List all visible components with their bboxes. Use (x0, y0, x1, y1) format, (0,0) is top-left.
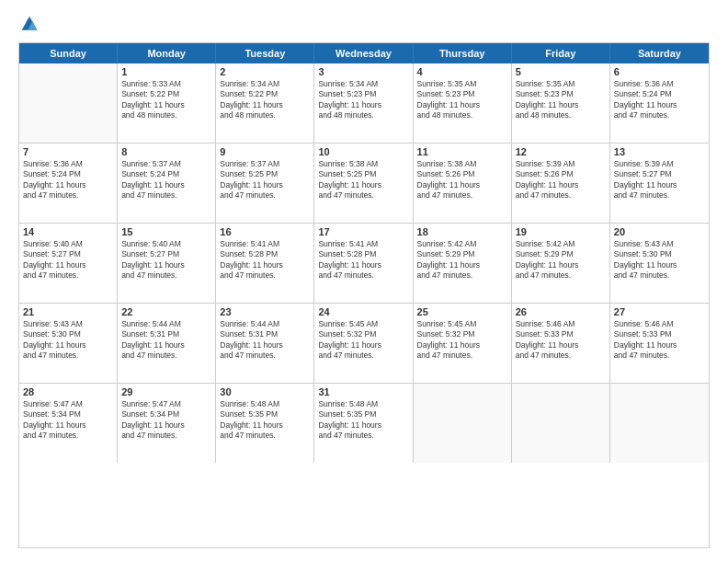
calendar-cell: 27Sunrise: 5:46 AM Sunset: 5:33 PM Dayli… (610, 304, 709, 383)
calendar-cell: 28Sunrise: 5:47 AM Sunset: 5:34 PM Dayli… (19, 384, 118, 463)
calendar-cell: 3Sunrise: 5:34 AM Sunset: 5:23 PM Daylig… (314, 63, 413, 143)
day-number: 2 (220, 66, 310, 77)
cell-info: Sunrise: 5:43 AM Sunset: 5:30 PM Dayligh… (614, 239, 705, 282)
header-day-saturday: Saturday (610, 43, 709, 63)
calendar-cell: 19Sunrise: 5:42 AM Sunset: 5:29 PM Dayli… (512, 224, 610, 303)
day-number: 16 (220, 226, 310, 237)
day-number: 26 (516, 306, 606, 317)
header-day-thursday: Thursday (414, 43, 512, 63)
day-number: 21 (23, 306, 113, 317)
day-number: 22 (121, 306, 211, 317)
day-number: 28 (23, 386, 113, 397)
day-number: 31 (318, 386, 408, 397)
calendar-cell: 16Sunrise: 5:41 AM Sunset: 5:28 PM Dayli… (216, 224, 314, 303)
calendar-cell: 15Sunrise: 5:40 AM Sunset: 5:27 PM Dayli… (118, 224, 216, 303)
header-day-sunday: Sunday (19, 43, 118, 63)
cell-info: Sunrise: 5:34 AM Sunset: 5:22 PM Dayligh… (220, 79, 310, 121)
calendar-cell: 17Sunrise: 5:41 AM Sunset: 5:28 PM Dayli… (314, 224, 413, 303)
calendar-row-2: 14Sunrise: 5:40 AM Sunset: 5:27 PM Dayli… (19, 224, 709, 304)
calendar-cell: 13Sunrise: 5:39 AM Sunset: 5:27 PM Dayli… (610, 144, 709, 223)
calendar-cell (414, 384, 512, 463)
cell-info: Sunrise: 5:40 AM Sunset: 5:27 PM Dayligh… (23, 239, 113, 282)
cell-info: Sunrise: 5:42 AM Sunset: 5:29 PM Dayligh… (516, 239, 606, 282)
calendar-cell: 4Sunrise: 5:35 AM Sunset: 5:23 PM Daylig… (414, 63, 512, 143)
calendar-cell (19, 63, 118, 143)
cell-info: Sunrise: 5:33 AM Sunset: 5:22 PM Dayligh… (121, 79, 211, 121)
day-number: 8 (121, 146, 211, 157)
calendar-cell (512, 384, 610, 463)
calendar-row-1: 7Sunrise: 5:36 AM Sunset: 5:24 PM Daylig… (19, 144, 709, 224)
calendar-cell: 31Sunrise: 5:48 AM Sunset: 5:35 PM Dayli… (314, 384, 413, 463)
day-number: 9 (220, 146, 310, 157)
cell-info: Sunrise: 5:37 AM Sunset: 5:24 PM Dayligh… (121, 159, 211, 201)
calendar-header: SundayMondayTuesdayWednesdayThursdayFrid… (19, 43, 709, 63)
day-number: 1 (121, 66, 211, 77)
cell-info: Sunrise: 5:36 AM Sunset: 5:24 PM Dayligh… (23, 159, 113, 201)
day-number: 27 (614, 306, 705, 317)
cell-info: Sunrise: 5:48 AM Sunset: 5:35 PM Dayligh… (220, 399, 310, 442)
calendar-cell: 30Sunrise: 5:48 AM Sunset: 5:35 PM Dayli… (216, 384, 314, 463)
calendar: SundayMondayTuesdayWednesdayThursdayFrid… (18, 42, 710, 548)
day-number: 6 (614, 66, 705, 77)
day-number: 12 (516, 146, 606, 157)
calendar-cell: 25Sunrise: 5:45 AM Sunset: 5:32 PM Dayli… (414, 304, 512, 383)
calendar-cell: 8Sunrise: 5:37 AM Sunset: 5:24 PM Daylig… (118, 144, 216, 223)
day-number: 30 (220, 386, 310, 397)
cell-info: Sunrise: 5:39 AM Sunset: 5:27 PM Dayligh… (614, 159, 705, 201)
calendar-cell: 6Sunrise: 5:36 AM Sunset: 5:24 PM Daylig… (610, 63, 709, 143)
cell-info: Sunrise: 5:45 AM Sunset: 5:32 PM Dayligh… (417, 319, 507, 362)
day-number: 7 (23, 146, 113, 157)
cell-info: Sunrise: 5:46 AM Sunset: 5:33 PM Dayligh… (516, 319, 606, 362)
calendar-cell: 24Sunrise: 5:45 AM Sunset: 5:32 PM Dayli… (314, 304, 413, 383)
calendar-cell: 10Sunrise: 5:38 AM Sunset: 5:25 PM Dayli… (314, 144, 413, 223)
calendar-cell: 12Sunrise: 5:39 AM Sunset: 5:26 PM Dayli… (512, 144, 610, 223)
calendar-cell: 11Sunrise: 5:38 AM Sunset: 5:26 PM Dayli… (414, 144, 512, 223)
calendar-cell: 29Sunrise: 5:47 AM Sunset: 5:34 PM Dayli… (118, 384, 216, 463)
cell-info: Sunrise: 5:48 AM Sunset: 5:35 PM Dayligh… (318, 399, 408, 442)
cell-info: Sunrise: 5:42 AM Sunset: 5:29 PM Dayligh… (417, 239, 507, 282)
cell-info: Sunrise: 5:47 AM Sunset: 5:34 PM Dayligh… (121, 399, 211, 442)
day-number: 5 (516, 66, 606, 77)
calendar-cell: 18Sunrise: 5:42 AM Sunset: 5:29 PM Dayli… (414, 224, 512, 303)
cell-info: Sunrise: 5:39 AM Sunset: 5:26 PM Dayligh… (516, 159, 606, 201)
calendar-cell: 21Sunrise: 5:43 AM Sunset: 5:30 PM Dayli… (19, 304, 118, 383)
calendar-row-0: 1Sunrise: 5:33 AM Sunset: 5:22 PM Daylig… (19, 63, 709, 144)
header-day-tuesday: Tuesday (216, 43, 314, 63)
calendar-cell (610, 384, 709, 463)
cell-info: Sunrise: 5:34 AM Sunset: 5:23 PM Dayligh… (318, 79, 408, 121)
cell-info: Sunrise: 5:38 AM Sunset: 5:26 PM Dayligh… (417, 159, 507, 201)
header-day-friday: Friday (512, 43, 610, 63)
day-number: 20 (614, 226, 705, 237)
header (18, 15, 710, 33)
day-number: 24 (318, 306, 408, 317)
day-number: 10 (318, 146, 408, 157)
calendar-cell: 14Sunrise: 5:40 AM Sunset: 5:27 PM Dayli… (19, 224, 118, 303)
calendar-cell: 5Sunrise: 5:35 AM Sunset: 5:23 PM Daylig… (512, 63, 610, 143)
day-number: 11 (417, 146, 507, 157)
cell-info: Sunrise: 5:45 AM Sunset: 5:32 PM Dayligh… (318, 319, 408, 362)
logo-icon (20, 15, 39, 33)
cell-info: Sunrise: 5:43 AM Sunset: 5:30 PM Dayligh… (23, 319, 113, 362)
cell-info: Sunrise: 5:41 AM Sunset: 5:28 PM Dayligh… (318, 239, 408, 282)
header-day-wednesday: Wednesday (314, 43, 413, 63)
page: SundayMondayTuesdayWednesdayThursdayFrid… (0, 0, 728, 563)
calendar-cell: 22Sunrise: 5:44 AM Sunset: 5:31 PM Dayli… (118, 304, 216, 383)
day-number: 17 (318, 226, 408, 237)
header-day-monday: Monday (118, 43, 216, 63)
cell-info: Sunrise: 5:38 AM Sunset: 5:25 PM Dayligh… (318, 159, 408, 201)
cell-info: Sunrise: 5:37 AM Sunset: 5:25 PM Dayligh… (220, 159, 310, 201)
calendar-cell: 9Sunrise: 5:37 AM Sunset: 5:25 PM Daylig… (216, 144, 314, 223)
calendar-cell: 7Sunrise: 5:36 AM Sunset: 5:24 PM Daylig… (19, 144, 118, 223)
day-number: 13 (614, 146, 705, 157)
day-number: 15 (121, 226, 211, 237)
day-number: 19 (516, 226, 606, 237)
calendar-cell: 2Sunrise: 5:34 AM Sunset: 5:22 PM Daylig… (216, 63, 314, 143)
day-number: 3 (318, 66, 408, 77)
day-number: 4 (417, 66, 507, 77)
cell-info: Sunrise: 5:35 AM Sunset: 5:23 PM Dayligh… (417, 79, 507, 121)
cell-info: Sunrise: 5:46 AM Sunset: 5:33 PM Dayligh… (614, 319, 705, 362)
cell-info: Sunrise: 5:44 AM Sunset: 5:31 PM Dayligh… (220, 319, 310, 362)
day-number: 29 (121, 386, 211, 397)
calendar-cell: 1Sunrise: 5:33 AM Sunset: 5:22 PM Daylig… (118, 63, 216, 143)
calendar-cell: 23Sunrise: 5:44 AM Sunset: 5:31 PM Dayli… (216, 304, 314, 383)
